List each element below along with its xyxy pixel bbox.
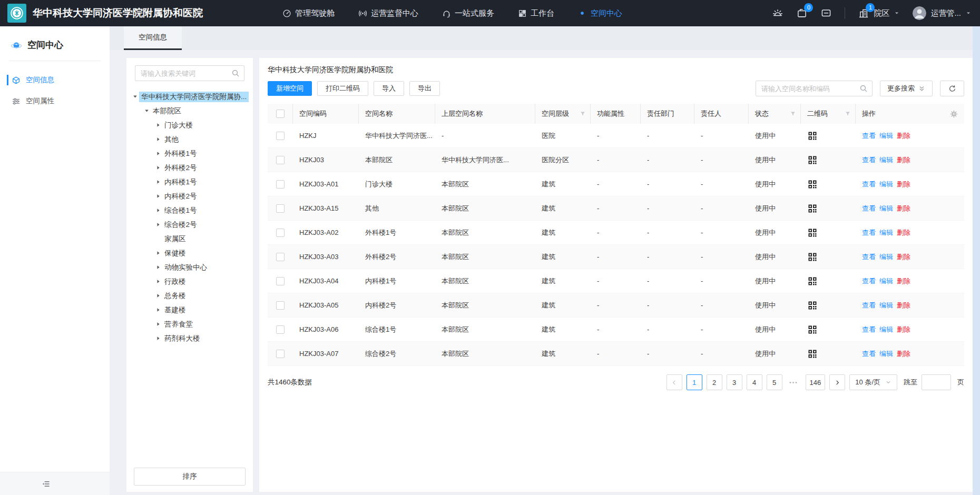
qr-icon[interactable] xyxy=(807,203,818,214)
refresh-button[interactable] xyxy=(940,81,964,96)
caret-right-tree-icon[interactable] xyxy=(154,207,162,214)
tree-node-label[interactable]: 外科楼2号 xyxy=(162,163,199,173)
tree-node[interactable]: 基建楼 xyxy=(126,303,253,317)
qr-icon[interactable] xyxy=(807,227,818,238)
filter-icon[interactable] xyxy=(845,111,851,117)
nav-item[interactable]: 运营监督中心 xyxy=(358,8,418,18)
tree-node-label[interactable]: 保健楼 xyxy=(162,248,188,259)
page-button-last[interactable]: 146 xyxy=(806,374,826,390)
caret-right-tree-icon[interactable] xyxy=(154,122,162,129)
todo-icon[interactable]: 0 xyxy=(796,7,808,19)
qr-icon[interactable] xyxy=(807,300,818,311)
delete-link[interactable]: 删除 xyxy=(897,180,910,189)
edit-link[interactable]: 编辑 xyxy=(879,155,893,165)
add-space-button[interactable]: 新增空间 xyxy=(268,81,312,96)
tree-node-label[interactable]: 综合楼1号 xyxy=(162,205,199,216)
jump-page-input[interactable] xyxy=(922,374,951,390)
tree-node[interactable]: 其他 xyxy=(126,132,253,146)
tree-node-label[interactable]: 本部院区 xyxy=(151,106,183,116)
qr-icon[interactable] xyxy=(807,179,818,190)
view-link[interactable]: 查看 xyxy=(862,131,876,141)
tree-node-label[interactable]: 内科楼2号 xyxy=(162,191,199,202)
qr-icon[interactable] xyxy=(807,131,818,141)
view-link[interactable]: 查看 xyxy=(862,325,876,334)
page-button-3[interactable]: 3 xyxy=(727,374,742,390)
delete-link[interactable]: 删除 xyxy=(897,252,910,262)
row-checkbox[interactable] xyxy=(276,301,285,310)
caret-right-tree-icon[interactable] xyxy=(154,136,162,143)
delete-link[interactable]: 删除 xyxy=(897,204,910,213)
qr-icon[interactable] xyxy=(807,276,818,286)
export-button[interactable]: 导出 xyxy=(409,81,440,96)
delete-link[interactable]: 删除 xyxy=(897,301,910,310)
page-ellipsis[interactable]: ••• xyxy=(787,380,801,385)
edit-link[interactable]: 编辑 xyxy=(879,204,893,213)
sidebar-item-space-attr[interactable]: 空间属性 xyxy=(0,91,110,112)
view-link[interactable]: 查看 xyxy=(862,252,876,262)
qr-icon[interactable] xyxy=(807,324,818,335)
prev-page-button[interactable] xyxy=(667,374,682,390)
scrollbar[interactable] xyxy=(973,26,980,495)
caret-down-tree-icon[interactable] xyxy=(142,107,151,115)
tree-node-label[interactable]: 药剂科大楼 xyxy=(162,333,202,344)
tree-node-label[interactable]: 综合楼2号 xyxy=(162,220,199,230)
filter-icon[interactable] xyxy=(790,111,796,117)
next-page-button[interactable] xyxy=(829,374,845,390)
row-checkbox[interactable] xyxy=(276,350,285,358)
nav-item[interactable]: 工作台 xyxy=(517,8,554,18)
tree-node[interactable]: 本部院区 xyxy=(126,104,253,118)
page-button-4[interactable]: 4 xyxy=(747,374,762,390)
select-all-checkbox[interactable] xyxy=(276,110,285,118)
edit-link[interactable]: 编辑 xyxy=(879,180,893,189)
page-button-5[interactable]: 5 xyxy=(767,374,782,390)
tree-node-label[interactable]: 华中科技大学同济医学院附属协... xyxy=(139,92,249,102)
caret-right-tree-icon[interactable] xyxy=(154,306,162,314)
delete-link[interactable]: 删除 xyxy=(897,131,910,141)
tree-node[interactable]: 行政楼 xyxy=(126,274,253,289)
caret-right-tree-icon[interactable] xyxy=(154,164,162,172)
nav-item[interactable]: 一站式服务 xyxy=(442,8,494,18)
row-checkbox[interactable] xyxy=(276,132,285,140)
tree-node-label[interactable]: 动物实验中心 xyxy=(162,262,209,273)
tree-node-label[interactable]: 外科楼1号 xyxy=(162,148,199,159)
sort-button[interactable]: 排序 xyxy=(134,468,246,486)
view-link[interactable]: 查看 xyxy=(862,349,876,359)
caret-right-tree-icon[interactable] xyxy=(154,292,162,300)
collapse-sidebar-icon[interactable] xyxy=(41,479,51,489)
tree-search-input[interactable] xyxy=(135,65,244,81)
caret-right-tree-icon[interactable] xyxy=(154,250,162,257)
delete-link[interactable]: 删除 xyxy=(897,155,910,165)
edit-link[interactable]: 编辑 xyxy=(879,276,893,286)
view-link[interactable]: 查看 xyxy=(862,301,876,310)
tree-node-label[interactable]: 内科楼1号 xyxy=(162,177,199,187)
gear-icon[interactable] xyxy=(950,110,958,118)
tree-node[interactable]: 外科楼2号 xyxy=(126,161,253,175)
tree-node-label[interactable]: 其他 xyxy=(162,134,181,145)
edit-link[interactable]: 编辑 xyxy=(879,301,893,310)
tree-node[interactable]: 药剂科大楼 xyxy=(126,331,253,345)
row-checkbox[interactable] xyxy=(276,156,285,164)
search-icon[interactable] xyxy=(231,69,240,77)
tree-node-label[interactable]: 总务楼 xyxy=(162,291,188,301)
caret-right-tree-icon[interactable] xyxy=(154,278,162,285)
nav-item[interactable]: 管理驾驶舱 xyxy=(282,8,335,18)
edit-link[interactable]: 编辑 xyxy=(879,252,893,262)
view-link[interactable]: 查看 xyxy=(862,276,876,286)
qr-icon[interactable] xyxy=(807,155,818,165)
row-checkbox[interactable] xyxy=(276,180,285,189)
delete-link[interactable]: 删除 xyxy=(897,228,910,237)
tree-node[interactable]: 外科楼1号 xyxy=(126,146,253,161)
caret-right-tree-icon[interactable] xyxy=(154,335,162,342)
row-checkbox[interactable] xyxy=(276,325,285,334)
caret-right-tree-icon[interactable] xyxy=(154,221,162,229)
tree-node[interactable]: 动物实验中心 xyxy=(126,260,253,274)
message-icon[interactable] xyxy=(820,7,832,19)
table-search-input[interactable] xyxy=(756,81,873,96)
caret-right-tree-icon[interactable] xyxy=(154,264,162,271)
tree-node-label[interactable]: 基建楼 xyxy=(162,305,188,315)
print-qr-button[interactable]: 打印二维码 xyxy=(317,81,368,96)
row-checkbox[interactable] xyxy=(276,229,285,237)
page-button-2[interactable]: 2 xyxy=(707,374,722,390)
tree-node[interactable]: 综合楼1号 xyxy=(126,203,253,217)
tree-node[interactable]: 门诊大楼 xyxy=(126,118,253,132)
